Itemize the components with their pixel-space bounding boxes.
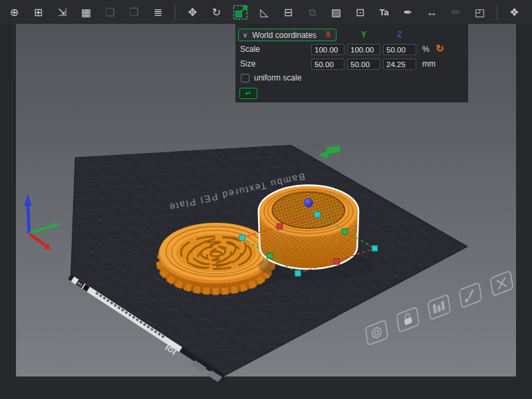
size-row-label: Size: [240, 59, 255, 68]
assembly-view-button[interactable]: ◰: [471, 3, 489, 21]
confirm-button[interactable]: ↵: [239, 88, 257, 99]
seam-button[interactable]: ✏: [447, 3, 465, 21]
scale-icon: [232, 4, 249, 21]
uniform-scale-handle[interactable]: [372, 245, 377, 251]
toolbar-separator: [497, 5, 497, 19]
measure-button[interactable]: ↔: [423, 3, 441, 21]
coordinate-system-label: World coordinates: [252, 31, 317, 40]
rotate-button[interactable]: ↻: [207, 3, 225, 21]
scale-row-label: Scale: [240, 45, 260, 54]
mesh-boolean-button[interactable]: ⊡: [351, 3, 369, 21]
cut-button[interactable]: ⊟: [279, 3, 297, 21]
uniform-scale-handle[interactable]: [239, 235, 245, 240]
axis-header-z: Z: [393, 30, 406, 39]
scale-y-input[interactable]: [347, 44, 380, 55]
size-y-input[interactable]: [347, 59, 380, 70]
scale-unit: %: [422, 45, 430, 54]
clone-button[interactable]: ⧉: [303, 3, 321, 21]
scale-z-input[interactable]: [383, 44, 416, 55]
arrange-button[interactable]: ▦: [77, 3, 95, 21]
uniform-scale-checkbox[interactable]: [241, 74, 249, 82]
z-scale-handle[interactable]: [304, 198, 313, 207]
add-model-button[interactable]: ⊕: [5, 3, 23, 21]
uniform-scale-handle[interactable]: [315, 211, 320, 217]
size-z-input[interactable]: [383, 59, 416, 70]
y-scale-handle[interactable]: [267, 253, 272, 259]
axis-header-y: Y: [357, 30, 370, 39]
text-button[interactable]: Ta: [375, 3, 393, 21]
split-model-button[interactable]: ❖: [505, 3, 523, 21]
split-to-parts-button[interactable]: ❐: [125, 3, 143, 21]
main-toolbar: ⊕ ⊞ ⇲ ▦ ❏ ❐ ≣ ✥ ↻ ◺ ⊟ ⧉ ▨ ⊡ Ta ✒ ↔ ✏ ◰ ❖: [0, 0, 532, 24]
scale-button[interactable]: [231, 3, 249, 21]
chevron-down-icon: ∨: [243, 32, 247, 39]
transform-panel: ∨ World coordinates X Y Z Scale % ↻ Size…: [235, 24, 468, 102]
x-scale-handle[interactable]: [334, 259, 339, 264]
color-painting-button[interactable]: ✒: [399, 3, 417, 21]
toolbar-separator: [175, 5, 176, 19]
scale-x-input[interactable]: [311, 44, 344, 55]
move-button[interactable]: ✥: [184, 3, 201, 21]
x-scale-handle[interactable]: [277, 223, 282, 229]
reset-scale-icon[interactable]: ↻: [436, 43, 444, 55]
size-unit: mm: [422, 59, 436, 68]
place-on-face-button[interactable]: ◺: [255, 3, 273, 21]
y-scale-handle[interactable]: [342, 229, 347, 234]
support-painting-button[interactable]: ▨: [327, 3, 345, 21]
variable-layer-height-button[interactable]: ≣: [149, 3, 167, 21]
axis-header-x: X: [321, 30, 334, 39]
uniform-scale-handle[interactable]: [295, 271, 301, 276]
auto-orient-button[interactable]: ⇲: [53, 3, 71, 21]
add-plate-button[interactable]: ⊞: [29, 3, 47, 21]
uniform-scale-label: uniform scale: [254, 73, 301, 82]
split-to-objects-button[interactable]: ❏: [101, 3, 119, 21]
application-window: BS Bambu Textured PEI Plate: [0, 0, 532, 399]
size-x-input[interactable]: [311, 59, 344, 70]
